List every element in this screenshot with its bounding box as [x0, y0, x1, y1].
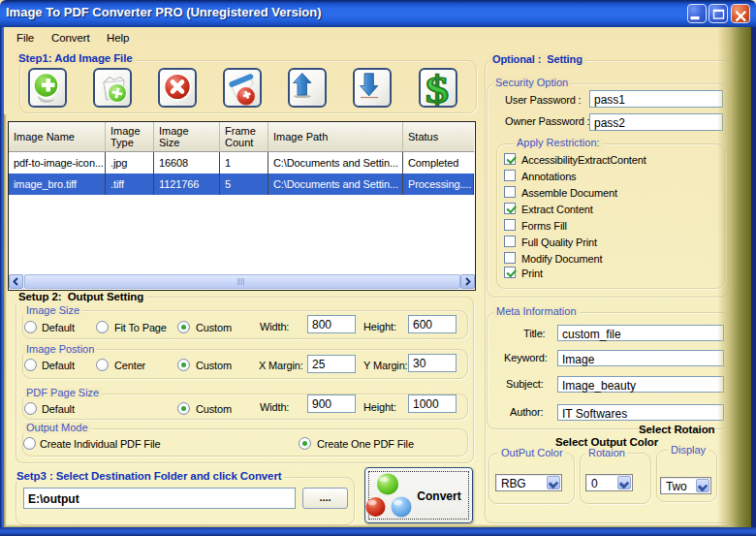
svg-text:$: $ — [425, 70, 449, 106]
svg-text:Convert: Convert — [417, 489, 460, 503]
